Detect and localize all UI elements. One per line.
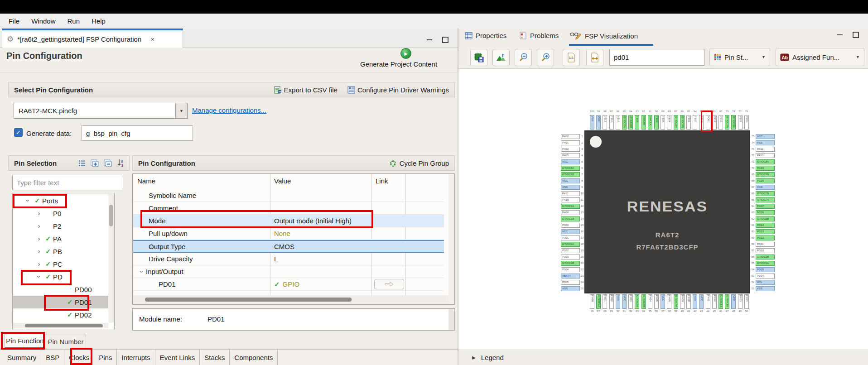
chip-pin[interactable]: P100 [693,115,697,130]
chip-pin[interactable]: GTIOC4A [674,294,678,309]
chip-pin[interactable]: GTIOC1B [725,294,729,309]
chip-pin[interactable]: GTIOC8A [756,159,775,164]
sort-az-icon[interactable]: az [116,158,125,168]
chip-pin[interactable]: P401 [561,140,580,145]
chip-pin[interactable]: GTIOC9B [680,115,685,130]
chip-pin[interactable]: P304 [561,267,580,272]
chip-pin[interactable]: PC09 [756,178,775,183]
chip-pin[interactable]: GTIOC1B [561,216,580,221]
pin-search-input[interactable]: pd01 [609,49,704,66]
menu-file[interactable]: File [3,14,25,29]
chip-pin[interactable]: PD11 [756,242,775,247]
legend-bar[interactable]: ▶ Legend [458,350,868,365]
chevron-down-icon[interactable]: ▼ [175,103,187,118]
chip-pin[interactable]: GTIOC0A [622,115,627,130]
chip-pin[interactable]: GTIOC6A [561,166,580,171]
save-image-button[interactable] [470,49,487,66]
collapse-all-icon[interactable] [103,159,112,167]
chip-pin[interactable]: VCC [699,294,704,309]
chip-pin[interactable]: VSS [561,185,580,190]
editor-tab-fsp-configuration[interactable]: ⚙ *[ra6t2_gettingstarted] FSP Configurat… [2,29,183,48]
chevron-down-icon[interactable]: › [138,268,145,276]
chip-pin[interactable]: VCC [756,185,775,190]
generate-data-input[interactable]: g_bsp_pin_cfg [82,125,193,141]
restore-icon[interactable] [442,37,448,43]
chip-pin[interactable]: PD13 [756,229,775,234]
chip-pin[interactable]: P602 [609,294,614,309]
assigned-function-dropdown[interactable]: Ab Assigned Fun... ▼ [776,48,864,66]
chevron-right-icon[interactable]: › [35,210,43,217]
chevron-right-icon[interactable]: › [35,235,43,242]
chip-pin[interactable]: PC10 [756,166,775,171]
table-row-input-output[interactable]: ›Input/Output [133,265,444,278]
export-to-csv-button[interactable]: Export to CSV file [274,86,338,94]
chip-pin[interactable]: VSS [693,294,697,309]
cycle-pin-group-button[interactable]: Cycle Pin Group [389,159,449,168]
chip-pin[interactable]: GTIOC5A [635,294,639,309]
chip-pin[interactable]: GTIOC1A [561,204,580,209]
zoom-actual-size-button[interactable]: 1:1 [563,49,580,66]
chip-pin[interactable]: P400 [561,134,580,139]
chip-pin[interactable]: GTIOC2A [756,261,775,266]
chip-pin[interactable]: P409 [561,210,580,215]
tab-pin-number[interactable]: Pin Number [46,334,86,349]
chip-pin[interactable]: P108 [635,115,639,130]
chip-pin[interactable]: SWDIO [641,115,646,130]
chip-pin[interactable]: PD12 [756,235,775,240]
chip-pin[interactable]: VCC [561,178,580,183]
menu-help[interactable]: Help [86,14,111,29]
tree-horizontal-scrollbar[interactable] [13,323,108,328]
chip-pin[interactable]: GTIOC1A [719,294,723,309]
chip-pin[interactable]: P200 [744,115,749,130]
generate-project-content-button[interactable]: Generate Project Content [360,60,437,68]
tree-item-p0[interactable]: ›P0 [13,207,108,220]
chip-pin[interactable]: GTIOC7A [596,294,601,309]
chip-pin[interactable]: VSS [756,140,775,145]
chevron-right-icon[interactable]: › [35,248,43,255]
chip-pin[interactable]: GTIOC3A [731,115,736,130]
chip-pin[interactable]: P600 [590,294,594,309]
tab-summary[interactable]: Summary [3,350,41,365]
tab-pins[interactable]: Pins [94,350,117,365]
chip-pin[interactable]: GTIOC3B [756,255,775,259]
chip-pin[interactable]: P112 [603,115,607,130]
chip-pin[interactable]: PD05 [756,267,775,272]
chevron-right-icon[interactable]: › [35,260,43,268]
chip-pin[interactable]: P300 [561,223,580,228]
chip-pin[interactable]: GTIOC5B [641,294,646,309]
chip-pin[interactable]: P110 [616,115,620,130]
zoom-fit-button[interactable] [586,49,603,66]
chip-pin[interactable]: P305 [561,280,580,285]
chip-pin[interactable]: P104 [667,115,671,130]
chip-pin[interactable]: VCL [756,280,775,285]
chip-pin[interactable]: P301 [561,235,580,240]
zoom-in-button[interactable] [537,49,554,66]
chip-pin[interactable]: GTIOC4B [561,261,580,266]
chip-pin[interactable]: P609 [680,294,685,309]
chip-pin[interactable]: VCC [661,294,665,309]
chip-pin[interactable]: P101 [686,115,691,130]
chip-pin[interactable]: VCC [622,294,627,309]
tree-vertical-scrollbar[interactable] [108,194,114,323]
restore-icon[interactable] [853,32,859,38]
chip-pin[interactable]: PA10 [756,153,775,158]
chip-pin[interactable]: GTIOC4A [561,242,580,247]
chip-pin[interactable]: VSS [590,115,594,130]
table-vertical-scrollbar[interactable] [448,174,454,304]
chip-pin[interactable]: P608 [667,294,671,309]
tab-bsp[interactable]: BSP [41,350,64,365]
chip-pin[interactable]: PA11 [756,147,775,152]
menu-run[interactable]: Run [62,14,86,29]
table-row-output-type[interactable]: Output TypeCMOS [133,240,444,253]
chip-pin[interactable]: P612 [712,294,717,309]
chip-pin[interactable]: GTIOC7B [756,191,775,196]
chip-pin[interactable]: GTIOC7A [756,197,775,202]
chip-pin[interactable]: P611 [706,294,710,309]
chip-pin[interactable]: P605 [654,294,659,309]
chip-pin[interactable]: P601 [603,294,607,309]
export-image-button[interactable] [492,49,510,66]
pin-status-dropdown[interactable]: Pin St... ▼ [709,48,770,66]
list-view-icon[interactable] [78,159,86,167]
chip-pin[interactable]: P201 [738,115,743,130]
chip-pin[interactable]: VCC [561,159,580,164]
